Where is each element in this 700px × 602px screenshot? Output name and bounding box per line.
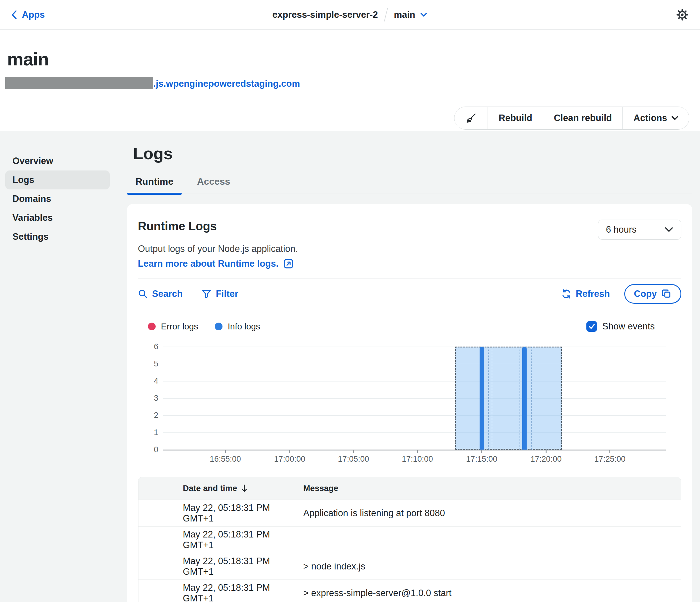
gridline: [163, 364, 666, 364]
breadcrumb-app-name: express-simple-server-2: [272, 9, 378, 20]
show-events-toggle[interactable]: Show events: [586, 321, 655, 332]
page-header: main .js.wpenginepoweredstaging.com Rebu…: [0, 49, 700, 131]
logs-tabs: Runtime Access: [127, 176, 692, 194]
x-axis-label: 17:25:00: [594, 455, 625, 464]
chevron-down-icon: [665, 227, 673, 233]
page-body: Overview Logs Domains Variables Settings…: [0, 131, 700, 602]
x-axis-tick: [289, 450, 290, 453]
page-title: main: [7, 49, 700, 70]
app-url-suffix: .js.wpenginepoweredstaging.com: [153, 78, 300, 90]
sort-desc-icon: [241, 484, 248, 492]
redaction-box: [5, 77, 153, 89]
x-axis-label: 17:05:00: [338, 455, 369, 464]
external-link-icon: [283, 258, 294, 269]
sidebar-item-overview[interactable]: Overview: [5, 151, 110, 170]
logs-heading: Logs: [133, 144, 692, 163]
gear-icon: [675, 8, 689, 22]
table-body: May 22, 05:18:31 PM GMT+1Application is …: [139, 500, 681, 602]
x-axis-tick: [417, 450, 418, 453]
sidebar: Overview Logs Domains Variables Settings: [0, 131, 124, 246]
refresh-icon: [561, 289, 572, 299]
log-message-cell: > node index.js: [303, 561, 681, 572]
top-bar: Apps express-simple-server-2 main: [0, 0, 700, 30]
log-volume-bar: [480, 346, 484, 450]
log-volume-bar: [522, 346, 527, 450]
error-logs-dot: [148, 322, 156, 330]
table-row: May 22, 05:18:31 PM GMT+1: [139, 526, 681, 553]
legend-item-error-logs: Error logs: [148, 322, 198, 332]
learn-more-link[interactable]: Learn more about Runtime logs.: [138, 258, 298, 269]
runtime-logs-chart: 654321016:55:0017:00:0017:05:0017:10:001…: [127, 346, 692, 469]
chart-legend: Error logs Info logs Show events: [127, 321, 692, 332]
x-axis-tick: [609, 450, 610, 453]
event-boundary-line: [520, 346, 520, 450]
events-selection-region[interactable]: [455, 346, 562, 450]
column-header-date[interactable]: Date and time: [139, 484, 303, 493]
event-boundary-line: [488, 346, 489, 450]
y-axis-label: 0: [134, 445, 158, 454]
app-url-link[interactable]: .js.wpenginepoweredstaging.com: [5, 77, 300, 90]
sidebar-item-variables[interactable]: Variables: [5, 208, 110, 227]
tab-access[interactable]: Access: [189, 176, 239, 194]
gridline: [163, 415, 666, 416]
chevron-down-icon: [671, 116, 678, 120]
clean-rebuild-button[interactable]: Clean rebuild: [543, 107, 623, 129]
y-axis-label: 2: [134, 411, 158, 420]
table-row: May 22, 05:18:31 PM GMT+1> express-simpl…: [139, 579, 681, 602]
sidebar-item-logs[interactable]: Logs: [5, 170, 110, 189]
x-axis-label: 17:10:00: [402, 455, 433, 464]
x-axis-label: 17:00:00: [274, 455, 305, 464]
breadcrumb-branch: main: [394, 9, 415, 20]
broom-icon: [465, 112, 477, 124]
settings-gear-button[interactable]: [675, 8, 689, 22]
log-message-cell: > express-simple-server@1.0.0 start: [303, 588, 681, 598]
logs-toolbar: Search Filter: [127, 279, 692, 309]
y-axis-label: 4: [134, 377, 158, 386]
sweep-button[interactable]: [454, 107, 488, 129]
breadcrumb: express-simple-server-2 main: [272, 0, 427, 29]
card-title: Runtime Logs: [138, 220, 298, 233]
info-logs-dot: [215, 322, 223, 330]
branch-selector[interactable]: main: [394, 9, 427, 20]
rebuild-button[interactable]: Rebuild: [488, 107, 543, 129]
breadcrumb-divider: [384, 8, 388, 21]
sidebar-item-settings[interactable]: Settings: [5, 227, 110, 246]
actions-label: Actions: [633, 113, 667, 123]
y-axis-label: 6: [134, 342, 158, 351]
chart-plot[interactable]: 654321016:55:0017:00:0017:05:0017:10:001…: [163, 346, 666, 451]
logs-table: Date and time Message May 22, 05:18:31 P…: [138, 477, 681, 602]
gridline: [163, 398, 666, 399]
card-description: Output logs of your Node.js application.: [138, 244, 298, 254]
copy-button[interactable]: Copy: [624, 284, 682, 304]
x-axis-label: 17:15:00: [466, 455, 497, 464]
sidebar-item-domains[interactable]: Domains: [5, 189, 110, 208]
table-row: May 22, 05:18:31 PM GMT+1> node index.js: [139, 553, 681, 579]
y-axis-label: 5: [134, 359, 158, 368]
log-datetime-cell: May 22, 05:18:31 PM GMT+1: [139, 503, 303, 524]
search-button[interactable]: Search: [138, 289, 182, 299]
runtime-logs-card: Runtime Logs Output logs of your Node.js…: [127, 204, 692, 602]
show-events-checkbox[interactable]: [586, 321, 597, 332]
time-range-value: 6 hours: [606, 224, 636, 235]
x-axis-label: 17:20:00: [530, 455, 561, 464]
filter-icon: [201, 289, 211, 299]
tab-runtime[interactable]: Runtime: [127, 176, 182, 194]
x-axis-tick: [353, 450, 354, 453]
copy-icon: [661, 289, 672, 299]
column-header-message: Message: [303, 484, 681, 493]
refresh-button[interactable]: Refresh: [561, 289, 610, 299]
x-axis-label: 16:55:00: [210, 455, 241, 464]
time-range-select[interactable]: 6 hours: [598, 220, 681, 240]
content-area: Logs Runtime Access Runtime Logs Output …: [127, 131, 692, 602]
y-axis-label: 3: [134, 394, 158, 403]
x-axis-tick: [546, 450, 546, 453]
legend-item-info-logs: Info logs: [215, 322, 260, 332]
x-axis-tick: [481, 450, 482, 453]
back-to-apps-link[interactable]: Apps: [11, 9, 45, 20]
filter-button[interactable]: Filter: [201, 289, 238, 299]
log-datetime-cell: May 22, 05:18:31 PM GMT+1: [139, 556, 303, 577]
clean-rebuild-label: Clean rebuild: [554, 113, 612, 123]
y-axis-label: 1: [134, 428, 158, 437]
actions-dropdown-button[interactable]: Actions: [623, 107, 689, 129]
log-datetime-cell: May 22, 05:18:31 PM GMT+1: [139, 529, 303, 551]
